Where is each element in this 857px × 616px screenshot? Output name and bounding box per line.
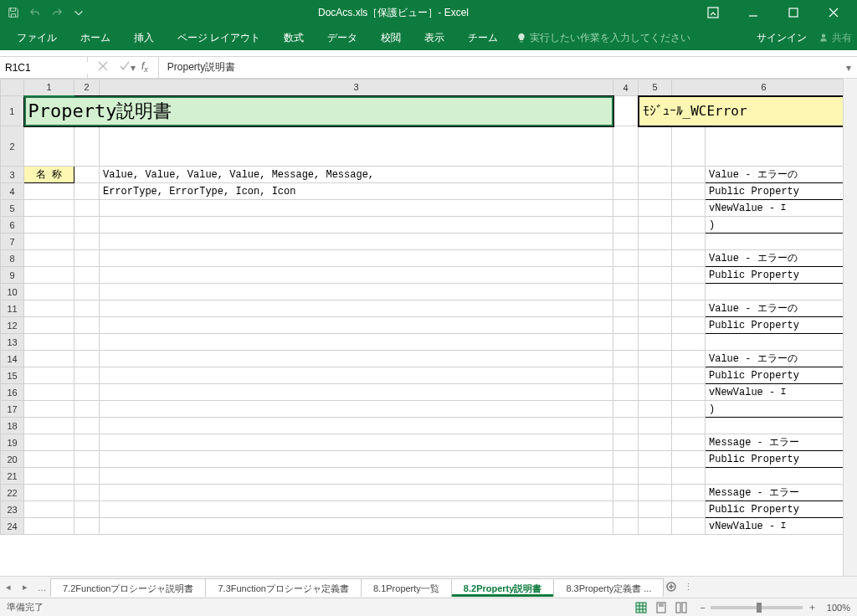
cell[interactable]: Public Property bbox=[706, 501, 844, 518]
sheet-tab[interactable]: 8.3Property定義書 ... bbox=[553, 578, 664, 597]
cell[interactable]: Value - エラーの bbox=[706, 300, 844, 317]
cell[interactable]: vNewValue - ｴ bbox=[706, 384, 844, 401]
formula-input[interactable]: Property説明書 bbox=[159, 60, 840, 74]
fx-icon[interactable]: fx bbox=[141, 60, 148, 74]
column-header[interactable]: 4 bbox=[613, 80, 639, 96]
tab-data[interactable]: データ bbox=[316, 25, 369, 50]
row[interactable]: 5 vNewValue - ｴ bbox=[1, 200, 844, 217]
qat-customize-icon[interactable] bbox=[72, 6, 85, 19]
tab-home[interactable]: ホーム bbox=[69, 25, 122, 50]
cell[interactable]: Value - エラーの bbox=[706, 250, 844, 267]
tab-file[interactable]: ファイル bbox=[5, 25, 69, 50]
horizontal-scrollbar[interactable] bbox=[696, 583, 857, 593]
row-header[interactable]: 12 bbox=[1, 317, 24, 334]
cell[interactable]: ErrorType, ErrorType, Icon, Icon bbox=[100, 183, 613, 200]
row-header[interactable]: 16 bbox=[1, 384, 24, 401]
formula-bar-expand-icon[interactable]: ▾ bbox=[840, 62, 857, 74]
row-header[interactable]: 15 bbox=[1, 367, 24, 384]
row-header[interactable]: 8 bbox=[1, 250, 24, 267]
row-header[interactable]: 2 bbox=[1, 126, 24, 167]
row-header[interactable]: 23 bbox=[1, 501, 24, 518]
zoom-slider[interactable] bbox=[711, 606, 803, 609]
zoom-in-button[interactable]: ＋ bbox=[808, 601, 817, 613]
sheet-tab[interactable]: 8.1Property一覧 bbox=[361, 578, 452, 597]
row[interactable]: 19Message - エラー bbox=[1, 434, 844, 451]
row-header[interactable]: 21 bbox=[1, 468, 24, 485]
share-button[interactable]: 共有 bbox=[819, 31, 852, 45]
cell[interactable]: Value, Value, Value, Value, Message, Mes… bbox=[100, 167, 613, 183]
sheet-tab[interactable]: 7.2Functionプロシージャ説明書 bbox=[50, 578, 206, 597]
worksheet-grid[interactable]: 1 2 3 4 5 6 1 Property説明書 ﾓｼﾞｭｰﾙ_WCError… bbox=[0, 79, 843, 535]
row-header[interactable]: 7 bbox=[1, 234, 24, 250]
row[interactable]: 11Value - エラーの bbox=[1, 300, 844, 317]
row[interactable]: 17) bbox=[1, 401, 844, 418]
tab-view[interactable]: 表示 bbox=[413, 25, 456, 50]
row[interactable]: 21 bbox=[1, 468, 844, 485]
row[interactable]: 7 bbox=[1, 234, 844, 250]
row-header[interactable]: 13 bbox=[1, 334, 24, 351]
minimize-icon[interactable] bbox=[742, 5, 765, 20]
row-header[interactable]: 14 bbox=[1, 351, 24, 367]
new-sheet-icon[interactable] bbox=[663, 582, 680, 593]
ribbon-display-options-icon[interactable] bbox=[701, 5, 725, 20]
cancel-icon[interactable] bbox=[98, 61, 108, 74]
cell[interactable]: ) bbox=[706, 217, 844, 234]
view-page-layout-icon[interactable] bbox=[652, 600, 670, 615]
tab-team[interactable]: チーム bbox=[456, 25, 510, 50]
cell[interactable]: ) bbox=[706, 401, 844, 418]
close-icon[interactable] bbox=[822, 5, 845, 20]
row[interactable]: 3 名 称 Value, Value, Value, Value, Messag… bbox=[1, 167, 844, 183]
cell[interactable]: Message - エラー bbox=[706, 434, 844, 451]
row[interactable]: 4 ErrorType, ErrorType, Icon, Icon Publi… bbox=[1, 183, 844, 200]
row[interactable]: 8Value - エラーの bbox=[1, 250, 844, 267]
tell-me[interactable]: 実行したい作業を入力してください bbox=[510, 31, 690, 45]
row[interactable]: 13 bbox=[1, 334, 844, 351]
tab-scroll-left-icon[interactable]: ◂ bbox=[0, 582, 17, 593]
row[interactable]: 10 bbox=[1, 284, 844, 300]
row-header[interactable]: 10 bbox=[1, 284, 24, 300]
cell[interactable]: Value - エラーの bbox=[706, 351, 844, 367]
row-header[interactable]: 11 bbox=[1, 300, 24, 317]
column-header[interactable]: 6 bbox=[672, 80, 844, 96]
row-header[interactable]: 20 bbox=[1, 451, 24, 468]
tab-list-icon[interactable]: … bbox=[33, 583, 50, 593]
zoom-level[interactable]: 100% bbox=[827, 603, 850, 613]
row[interactable]: 20Public Property bbox=[1, 451, 844, 468]
tab-scroll-right-icon[interactable]: ▸ bbox=[17, 582, 33, 593]
column-header[interactable]: 5 bbox=[639, 80, 672, 96]
row[interactable]: 1 Property説明書 ﾓｼﾞｭｰﾙ_WCError bbox=[1, 96, 844, 126]
row-header[interactable]: 17 bbox=[1, 401, 24, 418]
row-header[interactable]: 4 bbox=[1, 183, 24, 200]
row[interactable]: 18 bbox=[1, 418, 844, 434]
view-normal-icon[interactable] bbox=[632, 600, 650, 615]
select-all-corner[interactable] bbox=[1, 80, 24, 96]
tab-split-icon[interactable]: ⋮ bbox=[680, 582, 696, 593]
sheet-tab[interactable]: 7.3Functionプロシージャ定義書 bbox=[205, 578, 361, 597]
column-header[interactable]: 3 bbox=[100, 80, 613, 96]
row[interactable]: 12Public Property bbox=[1, 317, 844, 334]
cell[interactable]: Public Property bbox=[706, 451, 844, 468]
row-header[interactable]: 18 bbox=[1, 418, 24, 434]
column-header-row[interactable]: 1 2 3 4 5 6 bbox=[1, 80, 844, 96]
row[interactable]: 14Value - エラーの bbox=[1, 351, 844, 367]
row-header[interactable]: 5 bbox=[1, 200, 24, 217]
row[interactable]: 15Public Property bbox=[1, 367, 844, 384]
row-header[interactable]: 22 bbox=[1, 485, 24, 501]
row-header[interactable]: 1 bbox=[1, 96, 24, 126]
redo-icon[interactable] bbox=[50, 6, 64, 19]
undo-icon[interactable] bbox=[28, 6, 42, 19]
column-header[interactable]: 2 bbox=[74, 80, 100, 96]
vertical-scrollbar[interactable] bbox=[843, 79, 857, 576]
cell-label-name[interactable]: 名 称 bbox=[24, 167, 74, 183]
cell-title[interactable]: Property説明書 bbox=[24, 96, 613, 126]
tab-formulas[interactable]: 数式 bbox=[272, 25, 316, 50]
zoom-out-button[interactable]: − bbox=[700, 603, 705, 613]
row[interactable]: 16 vNewValue - ｴ bbox=[1, 384, 844, 401]
signin-link[interactable]: サインイン bbox=[757, 31, 807, 45]
row-header[interactable]: 24 bbox=[1, 518, 24, 535]
row-header[interactable]: 6 bbox=[1, 217, 24, 234]
tab-review[interactable]: 校閲 bbox=[369, 25, 413, 50]
cell[interactable]: vNewValue - ｴ bbox=[706, 200, 844, 217]
row-header[interactable]: 19 bbox=[1, 434, 24, 451]
sheet-tab-active[interactable]: 8.2Property説明書 bbox=[451, 578, 555, 597]
